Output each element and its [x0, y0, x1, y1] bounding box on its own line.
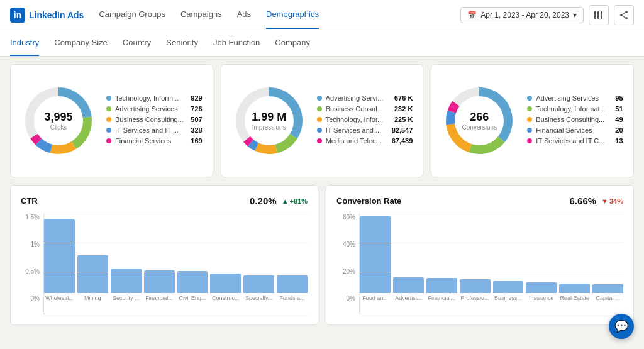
svg-line-7: [623, 16, 625, 18]
legend-name: IT Services and ...: [326, 126, 388, 134]
legend-val: 20: [615, 126, 623, 134]
ctr-change-label: +81%: [290, 197, 308, 205]
legend-dot: [317, 117, 322, 122]
date-range-label: Apr 1, 2023 - Apr 20, 2023: [480, 11, 569, 19]
ctr-y4: 1.5%: [21, 214, 40, 221]
ctr-title: CTR: [21, 196, 38, 206]
arrow-down-icon: ▼: [601, 197, 608, 205]
cr-y3: 40%: [336, 241, 355, 248]
tab-job-function[interactable]: Job Function: [213, 30, 260, 56]
bar-rect: [493, 281, 524, 293]
chevron-down-icon: ▾: [573, 11, 577, 19]
nav-campaign-groups[interactable]: Campaign Groups: [99, 1, 165, 29]
cr-change-label: 34%: [609, 197, 623, 205]
cr-y1: 0%: [336, 295, 355, 302]
ctr-chart-area: 1.5% 1% 0.5% 0% Wholesal... Mining: [21, 214, 308, 314]
bar-x-label: Insurance: [526, 295, 557, 301]
cr-change: ▼ 34%: [601, 197, 623, 205]
legend-name: Business Consul...: [326, 105, 391, 113]
legend-item-0-1: Advertising Services 726: [106, 105, 203, 113]
legend-val: 13: [615, 137, 623, 145]
legend-item-0-3: IT Services and IT ... 328: [106, 126, 203, 134]
tab-company[interactable]: Company: [275, 30, 310, 56]
bar-x-label: Food an...: [360, 295, 391, 301]
donut-card-clicks: 3,995 Clicks Technology, Inform... 929 A…: [10, 64, 213, 177]
legend-name: Financial Services: [115, 137, 187, 145]
donut-center-impressions: 1.99 M Impressions: [252, 111, 286, 131]
bar-x-label: Construc...: [210, 295, 241, 301]
legend-item-2-2: Business Consulting... 49: [527, 116, 623, 123]
ctr-metric: 0.20% ▲ +81%: [250, 196, 308, 206]
nav-demographics[interactable]: Demographics: [266, 1, 319, 29]
nav-campaigns[interactable]: Campaigns: [180, 1, 222, 29]
date-range-picker[interactable]: 📅 Apr 1, 2023 - Apr 20, 2023 ▾: [460, 7, 584, 23]
legend-dot: [527, 138, 532, 143]
bar-col-7: Funds a...: [277, 214, 308, 301]
legend-name: Technology, Informat...: [536, 105, 611, 113]
donut-center-conversions: 266 Conversions: [462, 111, 497, 131]
legend-item-0-2: Business Consulting... 507: [106, 116, 203, 123]
ctr-bars: Wholesal... Mining Security ... Financia…: [43, 214, 308, 314]
cr-card-header: Conversion Rate 6.66% ▼ 34%: [336, 196, 623, 206]
ctr-y-axis: 1.5% 1% 0.5% 0%: [21, 214, 40, 314]
donut-card-conversions: 266 Conversions Advertising Services 95 …: [431, 64, 634, 177]
bar-rect: [44, 219, 75, 293]
tab-seniority[interactable]: Seniority: [166, 30, 198, 56]
legend-item-2-1: Technology, Informat... 51: [527, 105, 623, 113]
svg-rect-1: [597, 11, 599, 19]
legend-dot: [106, 138, 111, 143]
share-icon-btn[interactable]: [614, 5, 634, 25]
donut-chart-clicks: 3,995 Clicks: [21, 83, 96, 158]
donut-label-clicks: Clicks: [44, 123, 72, 130]
nav-right-controls: 📅 Apr 1, 2023 - Apr 20, 2023 ▾: [460, 5, 634, 25]
donut-center-clicks: 3,995 Clicks: [44, 111, 72, 131]
cr-value: 6.66%: [570, 196, 597, 206]
legend-dot: [317, 96, 322, 101]
svg-rect-2: [601, 11, 602, 19]
bar-rect: [426, 278, 457, 293]
donut-number-conversions: 266: [462, 111, 497, 124]
ctr-y2: 0.5%: [21, 268, 40, 275]
bar-x-label: Funds a...: [277, 295, 308, 301]
svg-point-3: [625, 11, 628, 13]
columns-icon-btn[interactable]: [589, 5, 609, 25]
ctr-y1: 0%: [21, 295, 40, 302]
top-nav: in LinkedIn Ads Campaign Groups Campaign…: [0, 0, 644, 30]
legend-val: 507: [191, 116, 202, 123]
donut-card-impressions: 1.99 M Impressions Advertising Servi... …: [221, 64, 424, 177]
legend-val: 929: [191, 94, 202, 102]
tab-industry[interactable]: Industry: [10, 30, 39, 56]
donut-number-impressions: 1.99 M: [252, 111, 286, 124]
legend-dot: [527, 96, 532, 101]
ctr-change: ▲ +81%: [282, 197, 308, 205]
bar-x-label: Specialty...: [243, 295, 274, 301]
bar-rect: [559, 284, 590, 293]
cr-y2: 20%: [336, 268, 355, 275]
legend-dot: [317, 138, 322, 143]
tab-company-size[interactable]: Company Size: [54, 30, 108, 56]
tab-country[interactable]: Country: [123, 30, 152, 56]
bar-rect: [526, 282, 557, 293]
nav-ads[interactable]: Ads: [237, 1, 251, 29]
bar-col-7: Capital ...: [592, 214, 623, 301]
bar-rect: [393, 277, 424, 293]
svg-rect-0: [594, 11, 596, 19]
main-content: 3,995 Clicks Technology, Inform... 929 A…: [0, 57, 644, 333]
legend-dot: [106, 96, 111, 101]
legend-item-2-4: IT Services and IT C... 13: [527, 137, 623, 145]
sub-nav: Industry Company Size Country Seniority …: [0, 30, 644, 57]
legend-dot: [527, 128, 532, 133]
calendar-icon: 📅: [467, 11, 477, 19]
bar-x-label: Financial...: [144, 295, 175, 301]
brand-logo: in LinkedIn Ads: [10, 8, 84, 23]
bar-x-label: Civil Eng...: [177, 295, 208, 301]
legend-item-2-0: Advertising Services 95: [527, 94, 623, 102]
legend-name: Advertising Servi...: [326, 94, 391, 102]
bar-x-label: Real Estate: [559, 295, 590, 301]
donut-label-conversions: Conversions: [462, 123, 497, 130]
legend-val: 49: [615, 116, 623, 123]
bar-rect: [111, 269, 142, 293]
ctr-value: 0.20%: [250, 196, 277, 206]
legend-impressions: Advertising Servi... 676 K Business Cons…: [317, 94, 413, 148]
bar-col-5: Construc...: [210, 214, 241, 301]
